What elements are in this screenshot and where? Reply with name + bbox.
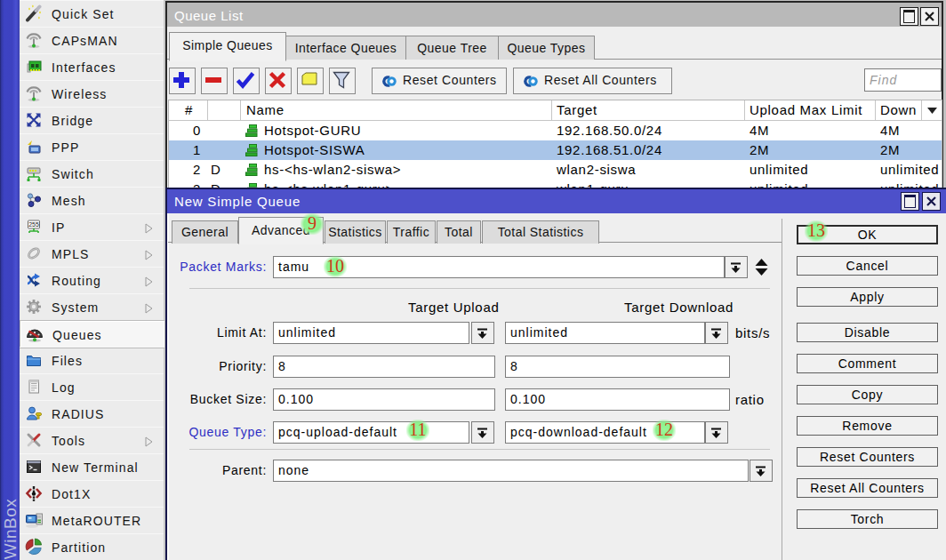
svg-text:255: 255 — [28, 221, 39, 228]
